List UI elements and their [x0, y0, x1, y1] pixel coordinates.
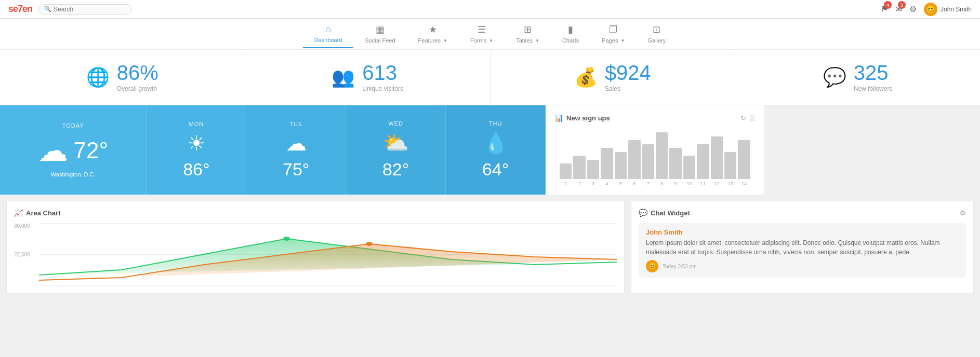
thu-icon: 💧 [483, 131, 509, 155]
pages-arrow: ▼ [621, 38, 625, 43]
area-chart-icon: 📈 [14, 209, 23, 217]
mon-label: MON [189, 121, 204, 127]
forms-icon: ☰ [478, 24, 486, 35]
features-arrow: ▼ [443, 38, 447, 43]
nav-gallery[interactable]: ⊡ Gallery [636, 20, 677, 49]
user-menu[interactable]: 😊 John Smith [924, 3, 972, 16]
bottom-row: 📈 Area Chart 30,000 22,500 [0, 195, 980, 299]
chat-message: John Smith Lorem ipsum dolor sit amet, c… [639, 223, 966, 278]
bar-label-9: 9 [669, 181, 681, 186]
bar-label-8: 8 [656, 181, 668, 186]
bar-label-5: 5 [615, 181, 627, 186]
thu-label: THU [489, 120, 502, 127]
bar-14 [738, 140, 750, 179]
middle-row: TODAY ☁ 72° Washington, D.C. MON ☀ 86° T… [0, 105, 980, 195]
tables-arrow: ▼ [535, 38, 539, 43]
today-city: Washington, D.C. [51, 171, 96, 177]
search-box[interactable]: 🔍 [38, 4, 132, 15]
list-icon[interactable]: ☰ [749, 114, 756, 122]
today-temp-row: ☁ 72° [38, 133, 108, 168]
logo-suffix: en [22, 4, 32, 14]
signups-title: 📊 New sign ups [554, 114, 610, 122]
mail-badge: 3 [898, 1, 906, 9]
bar-label-6: 6 [628, 181, 640, 186]
mon-icon: ☀ [187, 131, 206, 155]
unique-visitors-value: 613 [362, 62, 403, 83]
stat-new-followers: 💬 325 New followers [735, 50, 980, 105]
nav-charts[interactable]: ▮ Charts [551, 20, 590, 49]
signups-header: 📊 New sign ups ↻ ☰ [554, 114, 756, 122]
area-chart-title: Area Chart [26, 209, 60, 217]
tue-label: TUE [289, 121, 302, 127]
chat-panel: 💬 Chat Widget ⚙ John Smith Lorem ipsum d… [631, 201, 974, 293]
home-icon: ⌂ [325, 24, 331, 35]
bar-9 [669, 148, 681, 179]
bar-label-14: 14 [738, 181, 750, 186]
nav-forms[interactable]: ☰ Forms ▼ [459, 20, 505, 49]
username: John Smith [941, 6, 972, 13]
stats-row: 🌐 86% Overall growth 👥 613 Unique visito… [0, 50, 980, 105]
logo-text: se [8, 4, 18, 14]
bar-8 [656, 132, 668, 179]
bar-label-1: 1 [560, 181, 572, 186]
signups-actions: ↻ ☰ [740, 114, 756, 122]
today-weather-icon: ☁ [38, 133, 68, 168]
nav-social-feed[interactable]: ▦ Social Feed [353, 20, 406, 49]
search-input[interactable] [54, 6, 126, 13]
y-label-22500: 22,500 [14, 252, 30, 257]
refresh-icon[interactable]: ↻ [740, 114, 746, 122]
bar-label-7: 7 [642, 181, 654, 186]
bell-badge: 4 [884, 1, 892, 9]
new-followers-value: 325 [854, 62, 893, 83]
bar-5 [615, 152, 627, 180]
bar-chart-labels: 1234567891011121314 [554, 179, 756, 186]
chat-title: Chat Widget [651, 209, 690, 217]
nav-dashboard-label: Dashboard [314, 37, 342, 43]
nav-tables[interactable]: ⊞ Tables ▼ [505, 20, 551, 49]
forms-arrow: ▼ [489, 38, 493, 43]
main-nav: ⌂ Dashboard ▦ Social Feed ★ Features ▼ ☰… [0, 19, 980, 50]
bar-label-4: 4 [601, 181, 613, 186]
stat-unique-visitors: 👥 613 Unique visitors [245, 50, 491, 105]
bar-10 [683, 156, 695, 179]
bar-4 [601, 148, 613, 179]
stat-sales: 💰 $924 Sales [491, 50, 736, 105]
nav-features[interactable]: ★ Features ▼ [407, 20, 459, 49]
nav-dashboard[interactable]: ⌂ Dashboard [303, 20, 354, 48]
gear-icon: ⚙ [909, 5, 917, 13]
bar-label-11: 11 [697, 181, 709, 186]
chat-title-row: 💬 Chat Widget [639, 209, 690, 217]
sales-value: $924 [605, 62, 651, 83]
bar-label-12: 12 [711, 181, 723, 186]
svg-point-1 [366, 242, 373, 246]
notifications-bell[interactable]: ⚑ 4 [881, 4, 888, 14]
settings-button[interactable]: ⚙ [909, 4, 917, 14]
mon-temp: 86° [183, 159, 209, 180]
tue-temp: 75° [283, 159, 309, 180]
nav-social-label: Social Feed [365, 37, 395, 44]
bar-3 [587, 160, 599, 180]
svg-point-0 [283, 237, 290, 241]
nav-forms-label: Forms ▼ [470, 37, 493, 44]
new-signups-panel: 📊 New sign ups ↻ ☰ 1234567891011121314 [546, 105, 764, 195]
nav-pages[interactable]: ❐ Pages ▼ [590, 20, 636, 49]
nav-charts-label: Charts [562, 37, 579, 44]
wed-label: WED [388, 120, 403, 127]
top-bar: se7en 🔍 ⚑ 4 ✉ 3 ⚙ 😊 John Smith [0, 0, 980, 19]
area-chart-panel: 📈 Area Chart 30,000 22,500 [6, 201, 625, 293]
nav-pages-label: Pages ▼ [602, 37, 625, 44]
thu-temp: 64° [482, 159, 509, 180]
pages-icon: ❐ [609, 24, 617, 35]
notifications-mail[interactable]: ✉ 3 [895, 4, 902, 14]
chat-avatar: 😊 [646, 260, 658, 272]
tue-icon: ☁ [286, 131, 307, 155]
bar-11 [697, 144, 709, 180]
globe-icon: 🌐 [86, 66, 110, 88]
chat-gear-icon[interactable]: ⚙ [960, 209, 966, 217]
bar-label-10: 10 [683, 181, 695, 186]
money-icon: 💰 [574, 66, 598, 88]
area-chart-header: 📈 Area Chart [14, 209, 617, 217]
bar-label-2: 2 [573, 181, 585, 186]
bar-label-3: 3 [587, 181, 599, 186]
bar-chart-icon: 📊 [554, 114, 563, 122]
